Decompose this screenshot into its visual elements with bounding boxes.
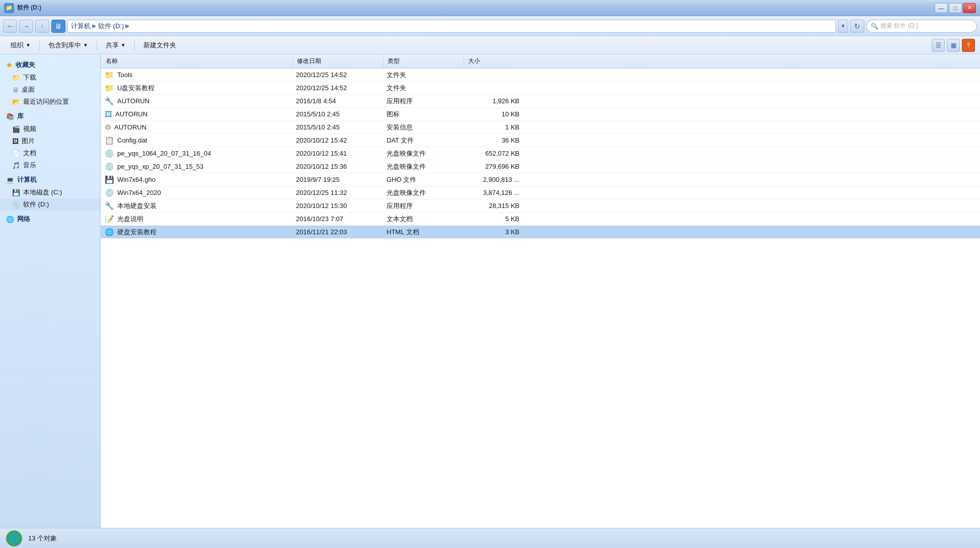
sidebar-item-music[interactable]: 🎵 音乐 bbox=[0, 159, 100, 171]
file-size-cell: 1,926 KB bbox=[463, 97, 523, 105]
col-header-size[interactable]: 大小 bbox=[464, 54, 524, 68]
file-size-cell: 1 KB bbox=[463, 123, 523, 131]
file-name-cell: ⚙ AUTORUN bbox=[101, 123, 292, 132]
file-type: 应用程序 bbox=[387, 201, 413, 211]
minimize-button[interactable]: — bbox=[935, 3, 948, 13]
include-library-button[interactable]: 包含到库中 ▼ bbox=[43, 38, 94, 52]
file-modified: 2019/9/7 19:25 bbox=[296, 176, 340, 183]
close-button[interactable]: ✕ bbox=[963, 3, 976, 13]
file-type: DAT 文件 bbox=[387, 136, 414, 145]
file-name-cell: 📁 Tools bbox=[101, 71, 292, 80]
library-icon: 📚 bbox=[6, 113, 14, 120]
path-arrow-1: ▶ bbox=[92, 23, 96, 29]
col-header-type[interactable]: 类型 bbox=[384, 54, 464, 68]
table-row[interactable]: 🖼 AUTORUN 2015/5/10 2:45 图标 10 KB bbox=[101, 108, 980, 121]
table-row[interactable]: 💿 Win7x64_2020 2020/12/25 11:32 光盘映像文件 3… bbox=[101, 186, 980, 199]
path-drive[interactable]: 软件 (D:) ▶ bbox=[98, 22, 129, 31]
sidebar-header-network[interactable]: 🌐 网络 bbox=[0, 213, 100, 226]
search-box[interactable]: 🔍 搜索 软件 (D:) bbox=[866, 20, 977, 33]
table-row[interactable]: 📋 Config.dat 2020/10/12 15:42 DAT 文件 36 … bbox=[101, 134, 980, 147]
table-row[interactable]: ⚙ AUTORUN 2015/5/10 2:45 安装信息 1 KB bbox=[101, 121, 980, 134]
statusbar: 🌐 13 个对象 bbox=[0, 528, 980, 548]
sidebar-item-video[interactable]: 🎬 视频 bbox=[0, 123, 100, 135]
table-row[interactable]: 📁 U盘安装教程 2020/12/25 14:52 文件夹 bbox=[101, 82, 980, 95]
file-type-cell: 文件夹 bbox=[383, 84, 463, 93]
share-button[interactable]: 共享 ▼ bbox=[100, 38, 131, 52]
sidebar-item-download[interactable]: 📁 下载 bbox=[0, 72, 100, 84]
file-name-cell: 💿 pe_yqs_xp_20_07_31_15_53 bbox=[101, 162, 292, 171]
computer-icon: 💻 bbox=[6, 176, 14, 184]
sidebar-item-image[interactable]: 🖼 图片 bbox=[0, 135, 100, 147]
address-dropdown[interactable]: ▼ bbox=[838, 20, 848, 33]
sidebar-item-recent[interactable]: 📂 最近访问的位置 bbox=[0, 96, 100, 108]
file-name: Config.dat bbox=[117, 136, 147, 144]
file-modified-cell: 2020/10/12 15:30 bbox=[292, 202, 383, 210]
video-icon: 🎬 bbox=[12, 125, 20, 133]
file-type: 文件夹 bbox=[387, 84, 406, 93]
file-type-cell: HTML 文档 bbox=[383, 228, 463, 237]
sidebar-header-computer[interactable]: 💻 计算机 bbox=[0, 173, 100, 186]
file-name: AUTORUN bbox=[114, 123, 146, 131]
table-row[interactable]: 📝 光盘说明 2016/10/23 7:07 文本文档 5 KB bbox=[101, 213, 980, 226]
table-row[interactable]: 🔧 AUTORUN 2016/1/8 4:54 应用程序 1,926 KB bbox=[101, 95, 980, 108]
new-folder-label: 新建文件夹 bbox=[143, 41, 176, 50]
library-label: 库 bbox=[17, 112, 24, 121]
file-icon-exe: 🔧 bbox=[105, 201, 114, 211]
refresh-button[interactable]: ↻ bbox=[850, 20, 864, 33]
table-row[interactable]: 💾 Win7x64.gho 2019/9/7 19:25 GHO 文件 2,90… bbox=[101, 173, 980, 186]
drive-c-icon: 💾 bbox=[12, 189, 20, 196]
file-size-cell: 36 KB bbox=[463, 136, 523, 144]
toolbar: 组织 ▼ 包含到库中 ▼ 共享 ▼ 新建文件夹 ☰ ▦ ? bbox=[0, 36, 980, 54]
file-name: U盘安装教程 bbox=[117, 84, 155, 93]
sidebar-item-desktop[interactable]: 🖥 桌面 bbox=[0, 84, 100, 96]
table-row[interactable]: 💿 pe_yqs_xp_20_07_31_15_53 2020/10/12 15… bbox=[101, 160, 980, 173]
sidebar-item-doc[interactable]: 📄 文档 bbox=[0, 147, 100, 159]
table-row[interactable]: 💿 pe_yqs_1064_20_07_31_16_04 2020/10/12 … bbox=[101, 147, 980, 160]
location-icon: 🖥 bbox=[51, 20, 65, 33]
file-icon-txt: 📝 bbox=[105, 215, 114, 224]
col-header-name[interactable]: 名称 bbox=[102, 54, 293, 68]
table-row[interactable]: 📁 Tools 2020/12/25 14:52 文件夹 bbox=[101, 68, 980, 82]
sidebar-item-desktop-label: 桌面 bbox=[22, 85, 35, 94]
file-icon-info: ⚙ bbox=[105, 123, 111, 132]
sidebar-item-drive-d-label: 软件 (D:) bbox=[23, 200, 49, 209]
view-list-button[interactable]: ☰ bbox=[932, 39, 945, 52]
sidebar-header-favorites[interactable]: ★ 收藏夹 bbox=[0, 58, 100, 72]
file-modified-cell: 2016/11/21 22:03 bbox=[292, 228, 383, 236]
address-path[interactable]: 计算机 ▶ 软件 (D:) ▶ bbox=[67, 20, 836, 33]
col-header-modified[interactable]: 修改日期 bbox=[293, 54, 384, 68]
up-button[interactable]: ↑ bbox=[35, 20, 49, 33]
file-icon-gho: 💾 bbox=[105, 175, 114, 184]
view-details-button[interactable]: ▦ bbox=[947, 39, 960, 52]
sidebar-item-drive-d[interactable]: 💿 软件 (D:) bbox=[0, 198, 100, 211]
new-folder-button[interactable]: 新建文件夹 bbox=[138, 38, 182, 52]
network-label: 网络 bbox=[17, 215, 30, 224]
toolbar-separator-3 bbox=[134, 40, 135, 50]
maximize-button[interactable]: □ bbox=[949, 3, 962, 13]
file-name-cell: 📝 光盘说明 bbox=[101, 215, 292, 224]
organize-button[interactable]: 组织 ▼ bbox=[5, 38, 36, 52]
back-button[interactable]: ← bbox=[3, 20, 17, 33]
status-icon: 🌐 bbox=[6, 530, 22, 546]
table-row[interactable]: 🔧 本地硬盘安装 2020/10/12 15:30 应用程序 28,315 KB bbox=[101, 199, 980, 213]
file-size-cell: 2,900,813 ... bbox=[463, 176, 523, 183]
image-icon: 🖼 bbox=[12, 138, 19, 145]
sidebar-header-library[interactable]: 📚 库 bbox=[0, 110, 100, 123]
status-count: 13 个对象 bbox=[28, 534, 57, 543]
file-icon-iso: 💿 bbox=[105, 149, 114, 158]
file-modified: 2015/5/10 2:45 bbox=[296, 110, 340, 118]
file-type: 安装信息 bbox=[387, 123, 413, 132]
addressbar: ← → ↑ 🖥 计算机 ▶ 软件 (D:) ▶ ▼ ↻ 🔍 搜索 软件 (D:) bbox=[0, 16, 980, 36]
table-row[interactable]: 🌐 硬盘安装教程 2016/11/21 22:03 HTML 文档 3 KB bbox=[101, 226, 980, 239]
file-modified-cell: 2015/5/10 2:45 bbox=[292, 123, 383, 131]
file-size-cell: 5 KB bbox=[463, 215, 523, 223]
path-computer[interactable]: 计算机 ▶ bbox=[71, 22, 96, 31]
file-size: 1,926 KB bbox=[493, 97, 520, 105]
forward-button[interactable]: → bbox=[19, 20, 33, 33]
organize-label: 组织 bbox=[11, 41, 24, 50]
sidebar-item-drive-c[interactable]: 💾 本地磁盘 (C:) bbox=[0, 186, 100, 198]
file-name: Tools bbox=[117, 71, 132, 79]
help-button[interactable]: ? bbox=[962, 39, 975, 52]
file-size: 1 KB bbox=[505, 123, 519, 131]
titlebar-controls: — □ ✕ bbox=[935, 3, 976, 13]
